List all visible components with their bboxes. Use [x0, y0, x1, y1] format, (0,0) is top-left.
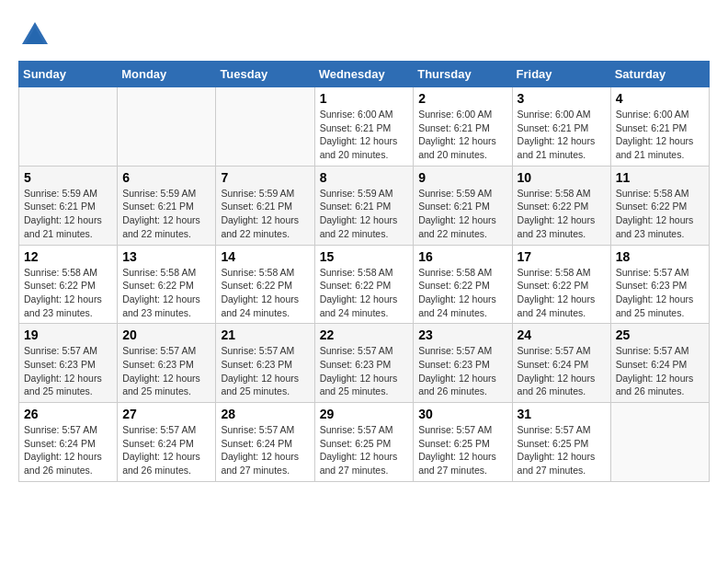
- calendar-week-row: 19Sunrise: 5:57 AM Sunset: 6:23 PM Dayli…: [19, 324, 710, 403]
- day-number: 7: [221, 170, 309, 185]
- calendar-cell: 28Sunrise: 5:57 AM Sunset: 6:24 PM Dayli…: [216, 403, 314, 482]
- day-info: Sunrise: 5:59 AM Sunset: 6:21 PM Dayligh…: [24, 187, 112, 241]
- day-number: 8: [320, 170, 409, 185]
- day-info: Sunrise: 5:57 AM Sunset: 6:24 PM Dayligh…: [122, 423, 210, 477]
- calendar-week-row: 1Sunrise: 6:00 AM Sunset: 6:21 PM Daylig…: [19, 87, 710, 167]
- weekday-header: Friday: [512, 62, 610, 87]
- day-info: Sunrise: 5:58 AM Sunset: 6:22 PM Dayligh…: [221, 266, 309, 320]
- day-number: 9: [418, 170, 506, 185]
- day-info: Sunrise: 5:57 AM Sunset: 6:23 PM Dayligh…: [418, 344, 506, 398]
- weekday-header: Monday: [118, 62, 216, 87]
- calendar-cell: 16Sunrise: 5:58 AM Sunset: 6:22 PM Dayli…: [414, 245, 512, 324]
- day-number: 10: [518, 170, 606, 185]
- weekday-header: Tuesday: [216, 62, 314, 87]
- day-number: 21: [221, 327, 309, 342]
- calendar-cell: 27Sunrise: 5:57 AM Sunset: 6:24 PM Dayli…: [118, 403, 216, 482]
- calendar-cell: 17Sunrise: 5:58 AM Sunset: 6:22 PM Dayli…: [512, 245, 610, 324]
- calendar-cell: 4Sunrise: 6:00 AM Sunset: 6:21 PM Daylig…: [610, 87, 709, 167]
- day-info: Sunrise: 6:00 AM Sunset: 6:21 PM Dayligh…: [418, 108, 506, 162]
- weekday-header-row: SundayMondayTuesdayWednesdayThursdayFrid…: [19, 62, 710, 87]
- day-number: 25: [616, 327, 704, 342]
- day-number: 28: [221, 407, 309, 421]
- calendar-cell: 7Sunrise: 5:59 AM Sunset: 6:21 PM Daylig…: [216, 166, 314, 245]
- day-info: Sunrise: 6:00 AM Sunset: 6:21 PM Dayligh…: [320, 108, 409, 162]
- day-number: 18: [616, 249, 704, 264]
- day-number: 17: [518, 249, 606, 264]
- day-info: Sunrise: 5:58 AM Sunset: 6:22 PM Dayligh…: [518, 266, 606, 320]
- calendar-week-row: 12Sunrise: 5:58 AM Sunset: 6:22 PM Dayli…: [19, 245, 710, 324]
- calendar-cell: 10Sunrise: 5:58 AM Sunset: 6:22 PM Dayli…: [512, 166, 610, 245]
- calendar-cell: 15Sunrise: 5:58 AM Sunset: 6:22 PM Dayli…: [314, 245, 414, 324]
- calendar-cell: 24Sunrise: 5:57 AM Sunset: 6:24 PM Dayli…: [512, 324, 610, 403]
- day-info: Sunrise: 6:00 AM Sunset: 6:21 PM Dayligh…: [616, 108, 704, 162]
- calendar-cell: 14Sunrise: 5:58 AM Sunset: 6:22 PM Dayli…: [216, 245, 314, 324]
- calendar-cell: 13Sunrise: 5:58 AM Sunset: 6:22 PM Dayli…: [118, 245, 216, 324]
- page-header: [18, 18, 710, 52]
- calendar-cell: [216, 87, 314, 167]
- day-number: 12: [24, 249, 112, 264]
- day-info: Sunrise: 5:57 AM Sunset: 6:25 PM Dayligh…: [418, 423, 506, 477]
- day-number: 26: [24, 407, 112, 421]
- calendar-cell: 22Sunrise: 5:57 AM Sunset: 6:23 PM Dayli…: [314, 324, 414, 403]
- day-info: Sunrise: 5:57 AM Sunset: 6:25 PM Dayligh…: [518, 423, 606, 477]
- day-info: Sunrise: 5:57 AM Sunset: 6:25 PM Dayligh…: [320, 423, 409, 477]
- day-info: Sunrise: 5:58 AM Sunset: 6:22 PM Dayligh…: [518, 187, 606, 241]
- calendar-cell: 21Sunrise: 5:57 AM Sunset: 6:23 PM Dayli…: [216, 324, 314, 403]
- day-info: Sunrise: 5:58 AM Sunset: 6:22 PM Dayligh…: [122, 266, 210, 320]
- day-number: 27: [122, 407, 210, 421]
- day-info: Sunrise: 5:59 AM Sunset: 6:21 PM Dayligh…: [320, 187, 409, 241]
- calendar-cell: 8Sunrise: 5:59 AM Sunset: 6:21 PM Daylig…: [314, 166, 414, 245]
- calendar-cell: 25Sunrise: 5:57 AM Sunset: 6:24 PM Dayli…: [610, 324, 709, 403]
- day-number: 30: [418, 407, 506, 421]
- day-number: 23: [418, 327, 506, 342]
- day-info: Sunrise: 5:57 AM Sunset: 6:23 PM Dayligh…: [616, 266, 704, 320]
- day-number: 6: [122, 170, 210, 185]
- day-info: Sunrise: 5:59 AM Sunset: 6:21 PM Dayligh…: [221, 187, 309, 241]
- day-number: 24: [518, 327, 606, 342]
- calendar-week-row: 26Sunrise: 5:57 AM Sunset: 6:24 PM Dayli…: [19, 403, 710, 482]
- day-info: Sunrise: 5:57 AM Sunset: 6:23 PM Dayligh…: [24, 344, 112, 398]
- calendar-cell: 31Sunrise: 5:57 AM Sunset: 6:25 PM Dayli…: [512, 403, 610, 482]
- weekday-header: Sunday: [19, 62, 118, 87]
- day-info: Sunrise: 5:58 AM Sunset: 6:22 PM Dayligh…: [418, 266, 506, 320]
- calendar-cell: 12Sunrise: 5:58 AM Sunset: 6:22 PM Dayli…: [19, 245, 118, 324]
- logo: [18, 18, 55, 52]
- weekday-header: Wednesday: [314, 62, 414, 87]
- calendar-cell: [118, 87, 216, 167]
- calendar-cell: [19, 87, 118, 167]
- calendar-cell: 30Sunrise: 5:57 AM Sunset: 6:25 PM Dayli…: [414, 403, 512, 482]
- day-number: 19: [24, 327, 112, 342]
- day-info: Sunrise: 5:59 AM Sunset: 6:21 PM Dayligh…: [122, 187, 210, 241]
- day-info: Sunrise: 5:57 AM Sunset: 6:23 PM Dayligh…: [122, 344, 210, 398]
- day-number: 16: [418, 249, 506, 264]
- weekday-header: Saturday: [610, 62, 709, 87]
- calendar-table: SundayMondayTuesdayWednesdayThursdayFrid…: [18, 61, 710, 482]
- day-info: Sunrise: 5:57 AM Sunset: 6:23 PM Dayligh…: [320, 344, 409, 398]
- calendar-cell: 26Sunrise: 5:57 AM Sunset: 6:24 PM Dayli…: [19, 403, 118, 482]
- day-number: 31: [518, 407, 606, 421]
- weekday-header: Thursday: [414, 62, 512, 87]
- day-number: 3: [518, 91, 606, 106]
- day-number: 4: [616, 91, 704, 106]
- calendar-cell: 9Sunrise: 5:59 AM Sunset: 6:21 PM Daylig…: [414, 166, 512, 245]
- day-number: 14: [221, 249, 309, 264]
- day-info: Sunrise: 6:00 AM Sunset: 6:21 PM Dayligh…: [518, 108, 606, 162]
- calendar-cell: 6Sunrise: 5:59 AM Sunset: 6:21 PM Daylig…: [118, 166, 216, 245]
- calendar-cell: 3Sunrise: 6:00 AM Sunset: 6:21 PM Daylig…: [512, 87, 610, 167]
- calendar-cell: 23Sunrise: 5:57 AM Sunset: 6:23 PM Dayli…: [414, 324, 512, 403]
- day-info: Sunrise: 5:57 AM Sunset: 6:23 PM Dayligh…: [221, 344, 309, 398]
- calendar-cell: 2Sunrise: 6:00 AM Sunset: 6:21 PM Daylig…: [414, 87, 512, 167]
- day-info: Sunrise: 5:58 AM Sunset: 6:22 PM Dayligh…: [616, 187, 704, 241]
- day-info: Sunrise: 5:58 AM Sunset: 6:22 PM Dayligh…: [24, 266, 112, 320]
- day-number: 29: [320, 407, 409, 421]
- calendar-cell: 18Sunrise: 5:57 AM Sunset: 6:23 PM Dayli…: [610, 245, 709, 324]
- day-number: 2: [418, 91, 506, 106]
- day-number: 22: [320, 327, 409, 342]
- calendar-cell: 19Sunrise: 5:57 AM Sunset: 6:23 PM Dayli…: [19, 324, 118, 403]
- day-info: Sunrise: 5:57 AM Sunset: 6:24 PM Dayligh…: [221, 423, 309, 477]
- day-number: 15: [320, 249, 409, 264]
- logo-icon: [18, 18, 51, 52]
- day-info: Sunrise: 5:59 AM Sunset: 6:21 PM Dayligh…: [418, 187, 506, 241]
- day-info: Sunrise: 5:57 AM Sunset: 6:24 PM Dayligh…: [518, 344, 606, 398]
- calendar-cell: 5Sunrise: 5:59 AM Sunset: 6:21 PM Daylig…: [19, 166, 118, 245]
